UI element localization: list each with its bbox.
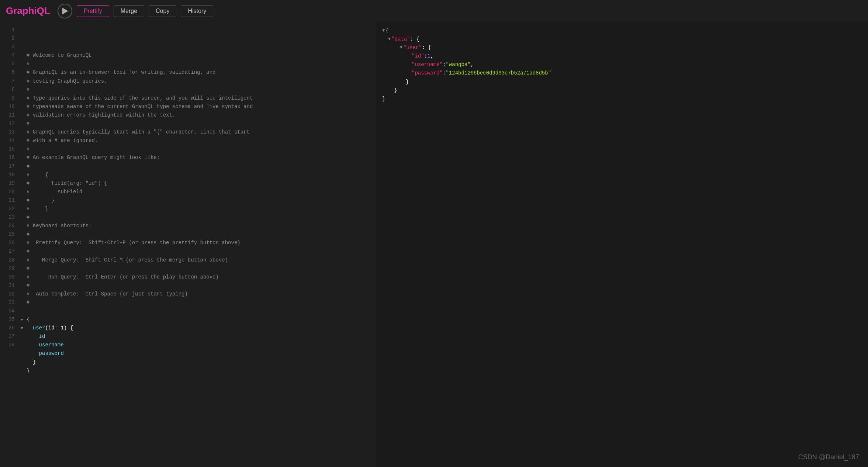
line-content: } bbox=[27, 358, 36, 367]
line-content: # Run Query: Ctrl-Enter (or press the pl… bbox=[27, 273, 219, 281]
run-button[interactable] bbox=[58, 4, 72, 18]
line-number: 14 bbox=[3, 136, 15, 145]
line-number: 30 bbox=[3, 273, 15, 281]
code-line: # with a # are ignored. bbox=[21, 136, 376, 145]
prettify-button[interactable]: Prettify bbox=[77, 5, 109, 17]
line-content: id bbox=[27, 332, 45, 341]
code-line: # { bbox=[21, 171, 376, 179]
copy-button[interactable]: Copy bbox=[149, 5, 176, 17]
line-number: 11 bbox=[3, 111, 15, 120]
code-line: # bbox=[21, 86, 376, 94]
code-line: ▼ user(id: 1) { bbox=[21, 324, 376, 332]
merge-button[interactable]: Merge bbox=[114, 5, 144, 17]
line-number: 28 bbox=[3, 256, 15, 264]
code-line: # Merge Query: Shift-Ctrl-M (or press th… bbox=[21, 256, 376, 264]
code-line: ▼{ bbox=[21, 315, 376, 324]
line-number: 24 bbox=[3, 222, 15, 230]
editor-pane[interactable]: 1234567891011121314151617181920212223242… bbox=[0, 22, 376, 467]
code-line: # } bbox=[21, 205, 376, 213]
logo-ql: QL bbox=[37, 5, 50, 16]
line-number: 20 bbox=[3, 188, 15, 196]
line-number: 3 bbox=[3, 43, 15, 51]
line-number: 12 bbox=[3, 120, 15, 128]
line-content: # { bbox=[27, 171, 48, 179]
line-number: 17 bbox=[3, 162, 15, 171]
line-content: # bbox=[27, 120, 30, 128]
line-number: 37 bbox=[3, 332, 15, 341]
main-content: 1234567891011121314151617181920212223242… bbox=[0, 22, 868, 467]
line-content: # typeaheads aware of the current GraphQ… bbox=[27, 103, 253, 111]
line-content: # An example GraphQL query might look li… bbox=[27, 153, 160, 162]
line-content: # Merge Query: Shift-Ctrl-M (or press th… bbox=[27, 256, 228, 264]
code-line: # Keyboard shortcuts: bbox=[21, 222, 376, 230]
line-number: 29 bbox=[3, 264, 15, 273]
line-content: # bbox=[27, 230, 30, 239]
code-line: # subField bbox=[21, 188, 376, 196]
code-area[interactable]: # Welcome to GraphiQL## GraphiQL is an i… bbox=[18, 25, 376, 467]
line-number: 18 bbox=[3, 171, 15, 179]
line-content: # bbox=[27, 247, 30, 256]
code-line: # bbox=[21, 145, 376, 153]
result-line: "password": "124bd1296bec0d9d93c7b52a71a… bbox=[382, 69, 862, 77]
collapse-icon[interactable]: ▼ bbox=[382, 27, 385, 35]
line-number: 31 bbox=[3, 281, 15, 290]
line-number: 25 bbox=[3, 230, 15, 239]
line-number: 23 bbox=[3, 213, 15, 222]
code-line: # bbox=[21, 60, 376, 68]
line-content: # Auto Complete: Ctrl-Space (or just sta… bbox=[27, 290, 188, 298]
line-content: # bbox=[27, 162, 30, 171]
line-number: 4 bbox=[3, 51, 15, 60]
code-line: # testing GraphQL queries. bbox=[21, 77, 376, 86]
code-line: # GraphiQL is an in-browser tool for wri… bbox=[21, 68, 376, 77]
code-line: # field(arg: "id") { bbox=[21, 179, 376, 188]
code-line: # bbox=[21, 264, 376, 273]
result-line: } bbox=[382, 86, 862, 95]
code-line: # Prettify Query: Shift-Ctrl-P (or press… bbox=[21, 239, 376, 247]
code-line: # GraphQL queries typically start with a… bbox=[21, 128, 376, 136]
line-number: 5 bbox=[3, 60, 15, 68]
line-content: # Type queries into this side of the scr… bbox=[27, 94, 253, 103]
line-content: # bbox=[27, 86, 30, 94]
code-line: } bbox=[21, 358, 376, 367]
code-line: } bbox=[21, 367, 376, 375]
line-content: # GraphiQL is an in-browser tool for wri… bbox=[27, 68, 215, 77]
logo-graphi: Graphi bbox=[6, 5, 37, 16]
code-line: # Type queries into this side of the scr… bbox=[21, 94, 376, 103]
collapse-icon[interactable]: ▼ bbox=[400, 44, 402, 52]
line-numbers: 1234567891011121314151617181920212223242… bbox=[0, 25, 18, 467]
line-number: 35 bbox=[3, 315, 15, 324]
code-line: # An example GraphQL query might look li… bbox=[21, 153, 376, 162]
fold-arrow-icon[interactable]: ▼ bbox=[21, 325, 27, 332]
line-content: username bbox=[27, 341, 64, 349]
line-content: # with a # are ignored. bbox=[27, 136, 98, 145]
code-line: # } bbox=[21, 196, 376, 205]
line-number: 19 bbox=[3, 179, 15, 188]
history-button[interactable]: History bbox=[181, 5, 213, 17]
code-line: # bbox=[21, 213, 376, 222]
collapse-icon[interactable]: ▼ bbox=[388, 36, 391, 43]
fold-arrow-icon[interactable]: ▼ bbox=[21, 316, 27, 323]
line-number: 7 bbox=[3, 77, 15, 86]
line-content: # Prettify Query: Shift-Ctrl-P (or press… bbox=[27, 239, 241, 247]
line-number: 10 bbox=[3, 103, 15, 111]
code-line bbox=[21, 307, 376, 315]
watermark: CSDN @Daniel_187 bbox=[798, 453, 859, 461]
code-line: # Run Query: Ctrl-Enter (or press the pl… bbox=[21, 273, 376, 281]
line-number: 1 bbox=[3, 26, 15, 34]
result-line: } bbox=[382, 95, 862, 103]
header: GraphiQL Prettify Merge Copy History bbox=[0, 0, 868, 22]
line-content: # validation errors highlighted within t… bbox=[27, 111, 175, 120]
result-line: "id": 1, bbox=[382, 52, 862, 60]
line-content: # bbox=[27, 298, 30, 307]
app-logo: GraphiQL bbox=[6, 5, 50, 17]
code-line: # bbox=[21, 298, 376, 307]
line-content: # bbox=[27, 281, 30, 290]
result-line: ▼ "data": { bbox=[382, 35, 862, 44]
line-number: 9 bbox=[3, 94, 15, 103]
play-icon bbox=[62, 8, 68, 14]
line-content: # bbox=[27, 60, 30, 68]
line-number: 27 bbox=[3, 247, 15, 256]
line-number: 8 bbox=[3, 86, 15, 94]
code-line: # typeaheads aware of the current GraphQ… bbox=[21, 103, 376, 111]
line-number: 38 bbox=[3, 341, 15, 349]
